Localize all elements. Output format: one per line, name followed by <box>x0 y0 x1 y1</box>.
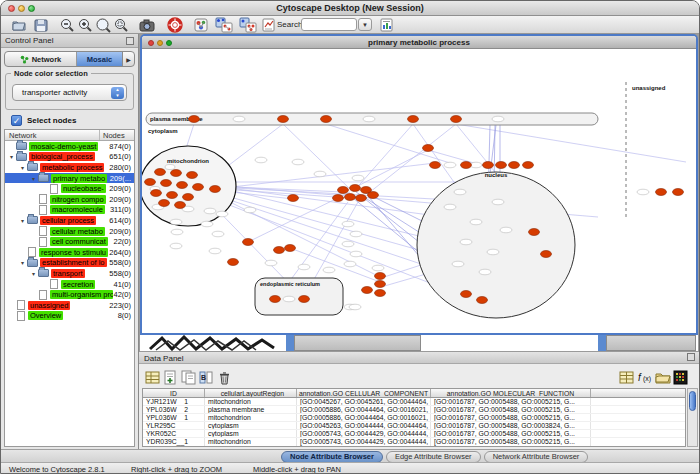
tree-header-nodes[interactable]: Nodes <box>100 130 134 140</box>
help-lifesaver-icon[interactable] <box>167 17 183 33</box>
table-scrollbar[interactable] <box>687 388 698 447</box>
disclosure-triangle[interactable]: ▾ <box>18 259 27 266</box>
window-titlebar[interactable]: Cytoscape Desktop (New Session) <box>1 1 699 16</box>
tree-row-response-to-stimulus[interactable]: ▾response to stimulu264(0) <box>5 247 134 258</box>
table-mode-icon[interactable] <box>619 370 634 385</box>
zoom-window-button[interactable] <box>28 5 35 12</box>
tree-row-cell-communication[interactable]: ▾cell communicat22(0) <box>5 236 134 247</box>
cytoplasm-label: cytoplasm <box>148 128 178 134</box>
node-count: 22(0) <box>113 237 134 246</box>
tree-row-mosaic-demo-yeast[interactable]: ▾mosaic-demo-yeast874(0) <box>5 141 134 152</box>
data-panel-float-icon[interactable] <box>687 353 695 361</box>
scrollbar-thumb[interactable] <box>689 391 696 411</box>
annotations-icon[interactable] <box>261 17 277 33</box>
zoom-out-icon[interactable] <box>59 17 75 33</box>
import-table-icon[interactable] <box>379 17 395 33</box>
table-row[interactable]: YLR295Ccytoplasm[GO:0045263, GO:0044444,… <box>143 422 685 430</box>
tree-row-establishment-of-localization[interactable]: ▾establishment of lo558(0) <box>5 258 134 269</box>
col-header-id[interactable]: ID <box>143 389 205 397</box>
search-dropdown-arrow[interactable]: ▼ <box>358 18 372 31</box>
network-window-title: primary metabolic process <box>368 38 470 47</box>
select-nodes-checkbox[interactable]: ✓ <box>11 115 22 126</box>
table-row[interactable]: YJR121W__1mitochondrion[GO:0045267, GO:0… <box>143 398 685 406</box>
delete-attribute-icon[interactable] <box>217 370 232 385</box>
col-header-cellular-component[interactable]: annotation.GO CELLULAR_COMPONENT <box>297 389 431 397</box>
minimize-window-button[interactable] <box>18 5 25 12</box>
select-attributes-icon[interactable] <box>145 370 160 385</box>
table-row[interactable]: YKR052Ccytoplasm[GO:0005743, GO:0044429,… <box>143 430 685 438</box>
tab-network[interactable]: Network <box>5 52 77 66</box>
disclosure-triangle[interactable]: ▾ <box>29 175 38 182</box>
tree-label: nitrogen compo <box>50 195 106 204</box>
tree-row-cellular-metabolic[interactable]: ▾cellular metabo209(0) <box>5 226 134 237</box>
tab-mosaic[interactable]: Mosaic <box>77 52 123 66</box>
cytoscape-window: Cytoscape Desktop (New Session) Search: <box>0 0 700 474</box>
function-builder-icon[interactable]: f(x) <box>637 370 652 385</box>
minimize-frame-button[interactable] <box>157 40 163 46</box>
control-panel-tabs: Network Mosaic ▶ <box>4 51 135 67</box>
vizmapper-icon[interactable] <box>193 17 209 33</box>
table-row[interactable]: YDR039C__1mitochondrion[GO:0005743, GO:0… <box>143 438 685 446</box>
nucleus-region[interactable] <box>417 172 575 318</box>
tree-label: mosaic-demo-yeast <box>29 142 98 151</box>
col-header-region[interactable]: _cellularLayoutRegion <box>205 389 297 397</box>
tree-row-primary-metabolic[interactable]: ▾primary metabo209(... <box>5 173 134 184</box>
control-panel-float-icon[interactable] <box>126 37 134 45</box>
disclosure-triangle[interactable]: ▾ <box>18 217 27 224</box>
search-input[interactable] <box>301 18 357 31</box>
tree-row-macromolecule[interactable]: ▾macromolecule311(0) <box>5 205 134 216</box>
node-color-dropdown[interactable]: transporter activity ▲▼ <box>12 84 127 101</box>
tree-row-unassigned[interactable]: ▾unassigned223(0) <box>5 300 134 311</box>
col-header-filler <box>591 389 685 397</box>
close-window-button[interactable] <box>8 5 15 12</box>
folder-icon <box>27 216 38 224</box>
tree-row-nucleobase[interactable]: ▾nucleobase-209(0) <box>5 183 134 194</box>
file-icon <box>17 311 25 321</box>
tab-overflow-arrow[interactable]: ▶ <box>123 52 134 66</box>
duplicate-attribute-icon[interactable] <box>181 370 196 385</box>
file-icon <box>39 226 47 236</box>
tree-row-nitrogen-compound[interactable]: ▾nitrogen compo209(0) <box>5 194 134 205</box>
tree-row-metabolic-process[interactable]: ▾metabolic process280(0) <box>5 162 134 173</box>
tree-row-transport[interactable]: ▾transport558(0) <box>5 268 134 279</box>
file-icon <box>39 194 47 204</box>
disclosure-triangle[interactable]: ▾ <box>18 164 27 171</box>
tree-row-secretion[interactable]: ▾secretion41(0) <box>5 279 134 290</box>
status-hint-pan: Middle-click + drag to PAN <box>253 465 341 474</box>
col-header-molecular-function[interactable]: annotation.GO MOLECULAR_FUNCTION <box>431 389 591 397</box>
import-attributes-icon[interactable] <box>655 370 670 385</box>
zoom-in-icon[interactable] <box>77 17 93 33</box>
tree-row-overview[interactable]: ▾Overview8(0) <box>5 311 134 322</box>
zoom-selected-icon[interactable] <box>113 17 129 33</box>
tree-row-cellular-process[interactable]: ▾cellular process614(0) <box>5 215 134 226</box>
tree-row-biological-process[interactable]: ▾biological_process651(0) <box>5 152 134 163</box>
apply-layout-2-icon[interactable] <box>239 17 255 33</box>
mdi-desktop: primary metabolic process <box>139 34 699 351</box>
zoom-frame-button[interactable] <box>166 40 172 46</box>
node-count: 209(0) <box>109 227 134 236</box>
disclosure-triangle[interactable]: ▾ <box>29 270 38 277</box>
snapshot-camera-icon[interactable] <box>139 17 155 33</box>
sort-columns-icon[interactable]: B <box>199 370 214 385</box>
disclosure-triangle[interactable]: ▾ <box>7 153 16 160</box>
tree-header-network[interactable]: Network <box>5 130 100 140</box>
table-row[interactable]: YPL036W__2plasma membrane[GO:0005886, GO… <box>143 406 685 414</box>
close-frame-button[interactable] <box>148 40 154 46</box>
network-view-window[interactable]: primary metabolic process <box>140 34 698 335</box>
open-session-icon[interactable] <box>11 17 27 33</box>
zoom-fit-icon[interactable] <box>95 17 111 33</box>
apply-layout-1-icon[interactable] <box>215 17 231 33</box>
mitochondrion-label: mitochondrion <box>167 158 209 164</box>
background-windows-strip <box>140 335 698 351</box>
tree-label: transport <box>51 269 85 278</box>
save-session-icon[interactable] <box>33 17 49 33</box>
node-count: 41(0) <box>113 280 134 289</box>
file-icon <box>28 247 36 257</box>
dropdown-stepper-icon[interactable]: ▲▼ <box>111 87 124 99</box>
table-row[interactable]: YPL036W__1mitochondrion[GO:0005886, GO:0… <box>143 414 685 422</box>
heatmap-icon[interactable] <box>673 370 688 385</box>
new-attribute-icon[interactable] <box>163 370 178 385</box>
network-window-titlebar[interactable]: primary metabolic process <box>142 36 696 49</box>
tree-row-multi-organism[interactable]: ▾multi-organism pro42(0) <box>5 289 134 300</box>
network-canvas[interactable]: plasma membrane cytoplasm mitochondrion … <box>142 49 696 333</box>
